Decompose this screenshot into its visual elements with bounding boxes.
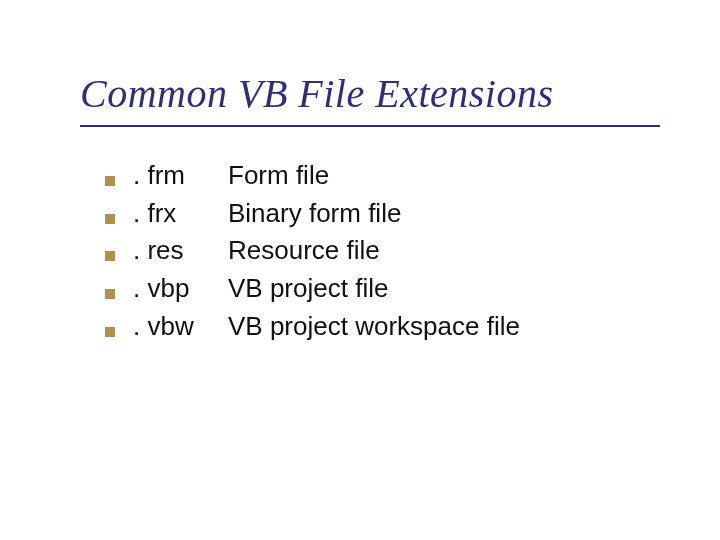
- square-bullet-icon: [105, 214, 115, 224]
- square-bullet-icon: [105, 289, 115, 299]
- square-bullet-icon: [105, 251, 115, 261]
- list-item: . frx Binary form file: [105, 195, 660, 233]
- list-item: . res Resource file: [105, 232, 660, 270]
- extension-label: . frm: [133, 157, 228, 195]
- square-bullet-icon: [105, 176, 115, 186]
- extension-label: . vbw: [133, 308, 228, 346]
- extension-label: . res: [133, 232, 228, 270]
- extension-description: VB project workspace file: [228, 308, 660, 346]
- list-item: . vbw VB project workspace file: [105, 308, 660, 346]
- extension-label: . frx: [133, 195, 228, 233]
- list-item: . vbp VB project file: [105, 270, 660, 308]
- slide: Common VB File Extensions . frm Form fil…: [0, 0, 720, 540]
- extension-description: Form file: [228, 157, 660, 195]
- bullet-list: . frm Form file . frx Binary form file .…: [80, 157, 660, 345]
- extension-description: Binary form file: [228, 195, 660, 233]
- extension-label: . vbp: [133, 270, 228, 308]
- square-bullet-icon: [105, 327, 115, 337]
- list-item: . frm Form file: [105, 157, 660, 195]
- slide-title: Common VB File Extensions: [80, 70, 660, 127]
- extension-description: VB project file: [228, 270, 660, 308]
- extension-description: Resource file: [228, 232, 660, 270]
